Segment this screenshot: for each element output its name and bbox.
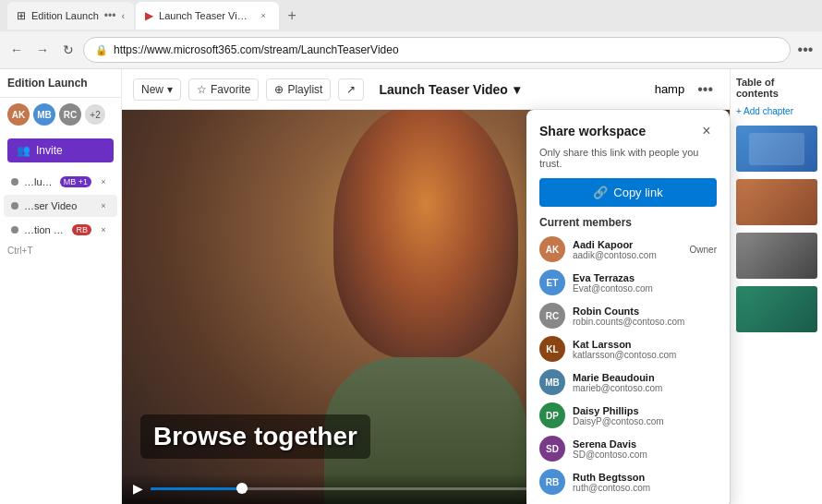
member-avatar-5: DP [539, 402, 565, 428]
tab-label-active: Launch Teaser Video [159, 10, 251, 21]
refresh-button[interactable]: ↻ [59, 41, 78, 59]
avatar-count[interactable]: +2 [85, 104, 105, 125]
sidebar-item-close-1[interactable]: × [97, 175, 110, 188]
sidebar-shortcut: Ctrl+T [0, 242, 121, 259]
chapter-thumb-4[interactable] [736, 286, 817, 332]
modal-close-button[interactable]: × [696, 121, 717, 141]
member-info-0: Aadi Kapooraadik@contoso.com [573, 239, 683, 260]
members-title: Current members [539, 216, 717, 229]
add-chapter-button[interactable]: + Add chapter [736, 106, 816, 116]
more-options-button[interactable]: ••• [692, 78, 719, 102]
avatar-1: AK [7, 103, 30, 126]
progress-thumb [236, 483, 248, 494]
new-button[interactable]: New ▾ [133, 78, 181, 101]
tab-more[interactable]: ••• [104, 9, 116, 22]
member-name-6: Serena Davis [573, 438, 717, 450]
avatar-2: MB [33, 103, 55, 126]
invite-icon: 👥 [17, 144, 30, 157]
modal-subtitle: Only share this link with people you tru… [526, 147, 730, 178]
forward-button[interactable]: → [33, 41, 52, 59]
sidebar-item-launches[interactable]: …lunches a New MB +1 × [4, 171, 117, 193]
member-name-4: Marie Beaudouin [573, 372, 717, 383]
member-email-1: Evat@contoso.com [573, 283, 717, 294]
sidebar: Edition Launch AK MB RC +2 👥 Invite …lun… [0, 69, 122, 504]
address-bar[interactable]: 🔒 https://www.microsoft365.com/stream/La… [83, 37, 791, 63]
tab-edition-launch[interactable]: ⊞ Edition Launch ••• ‹ [7, 2, 134, 30]
sidebar-item-dot [11, 178, 18, 186]
play-pause-button[interactable]: ▶ [133, 481, 143, 496]
member-item-6: SDSerena DavisSD@contoso.com [539, 436, 717, 462]
member-name-3: Kat Larsson [573, 339, 717, 350]
playlist-label: Playlist [287, 83, 322, 96]
link-icon: 🔗 [593, 186, 608, 199]
favorite-button[interactable]: ☆ Favorite [188, 78, 259, 101]
invite-button[interactable]: 👥 Invite [7, 138, 114, 162]
member-info-5: Daisy PhillipsDaisyP@contoso.com [573, 405, 717, 426]
member-name-1: Eva Terrazas [573, 272, 717, 283]
member-avatar-2: RC [539, 303, 565, 329]
share-button[interactable]: ↗ [338, 78, 364, 101]
new-chevron-icon: ▾ [167, 83, 173, 96]
back-button[interactable]: ← [7, 41, 26, 59]
member-email-3: katlarsson@contoso.com [573, 350, 717, 360]
member-email-2: robin.counts@contoso.com [573, 317, 717, 327]
tab-launch-teaser[interactable]: ▶ Launch Teaser Video × [136, 2, 279, 30]
member-info-7: Ruth Begtssonruth@contoso.com [573, 472, 717, 493]
sidebar-item-label3: …tion Sales Tracking [24, 224, 66, 235]
favorite-label: Favorite [211, 83, 250, 96]
member-name-2: Robin Counts [573, 306, 717, 317]
member-item-5: DPDaisy PhillipsDaisyP@contoso.com [539, 402, 717, 428]
member-avatar-4: MB [539, 369, 565, 395]
chapter-thumb-1[interactable] [736, 126, 817, 172]
member-info-2: Robin Countsrobin.counts@contoso.com [573, 306, 717, 327]
progress-bar[interactable] [151, 487, 547, 490]
sidebar-badge-mb: MB +1 [60, 176, 91, 187]
sidebar-item-tracking[interactable]: …tion Sales Tracking RB × [4, 219, 117, 241]
sidebar-item-close-2[interactable]: × [97, 199, 110, 212]
new-tab-button[interactable]: + [281, 5, 303, 27]
member-info-6: Serena DavisSD@contoso.com [573, 438, 717, 460]
tab-bar: ⊞ Edition Launch ••• ‹ ▶ Launch Teaser V… [0, 0, 822, 31]
stream-icon: ▶ [145, 9, 153, 22]
video-overlay-text: Browse together [140, 414, 370, 459]
tab-close-btn[interactable]: × [257, 9, 270, 22]
invite-label: Invite [36, 144, 63, 157]
breadcrumb-chevron-icon: ▾ [514, 82, 520, 97]
sidebar-item-close-3[interactable]: × [97, 223, 110, 236]
sidebar-item-label2: …ser Video [24, 200, 91, 211]
member-item-7: RBRuth Begtssonruth@contoso.com [539, 469, 717, 495]
chapter-thumb-3[interactable] [736, 233, 817, 279]
sidebar-item-video[interactable]: …ser Video × [4, 195, 117, 217]
nav-controls: ← → ↻ [7, 41, 78, 59]
member-email-0: aadik@contoso.com [573, 250, 683, 260]
member-info-4: Marie Beaudouinmarieb@contoso.com [573, 372, 717, 393]
member-email-7: ruth@contoso.com [573, 483, 717, 493]
chapter-thumb-2[interactable] [736, 179, 817, 225]
share-icon: ↗ [346, 83, 356, 96]
modal-title: Share workspace [539, 124, 646, 138]
playlist-button[interactable]: ⊕ Playlist [266, 78, 331, 101]
tab-collapse[interactable]: ‹ [121, 10, 125, 21]
member-item-1: ETEva TerrazasEvat@contoso.com [539, 270, 717, 295]
member-item-2: RCRobin Countsrobin.counts@contoso.com [539, 303, 717, 329]
share-area: hamp ••• [655, 78, 719, 102]
toc-title: Table of contents [736, 77, 816, 99]
share-name: hamp [655, 82, 685, 96]
members-list: AKAadi Kapooraadik@contoso.comOwnerETEva… [539, 236, 717, 495]
member-email-4: marieb@contoso.com [573, 383, 717, 393]
copy-link-button[interactable]: 🔗 Copy link [539, 178, 717, 207]
member-avatar-1: ET [539, 270, 565, 295]
member-avatar-0: AK [539, 236, 565, 262]
new-label: New [141, 83, 163, 96]
member-info-1: Eva TerrazasEvat@contoso.com [573, 272, 717, 294]
sidebar-item-dot3 [11, 226, 18, 234]
avatar-3: RC [59, 103, 81, 126]
progress-fill [151, 487, 242, 490]
windows-icon: ⊞ [17, 9, 26, 22]
app-container: Edition Launch AK MB RC +2 👥 Invite …lun… [0, 69, 822, 504]
browser-toolbar: ← → ↻ 🔒 https://www.microsoft365.com/str… [0, 31, 822, 68]
member-avatar-7: RB [539, 469, 565, 495]
browser-more-button[interactable]: ••• [796, 41, 815, 59]
sidebar-avatars: AK MB RC +2 [0, 98, 121, 131]
playlist-icon: ⊕ [274, 83, 284, 96]
